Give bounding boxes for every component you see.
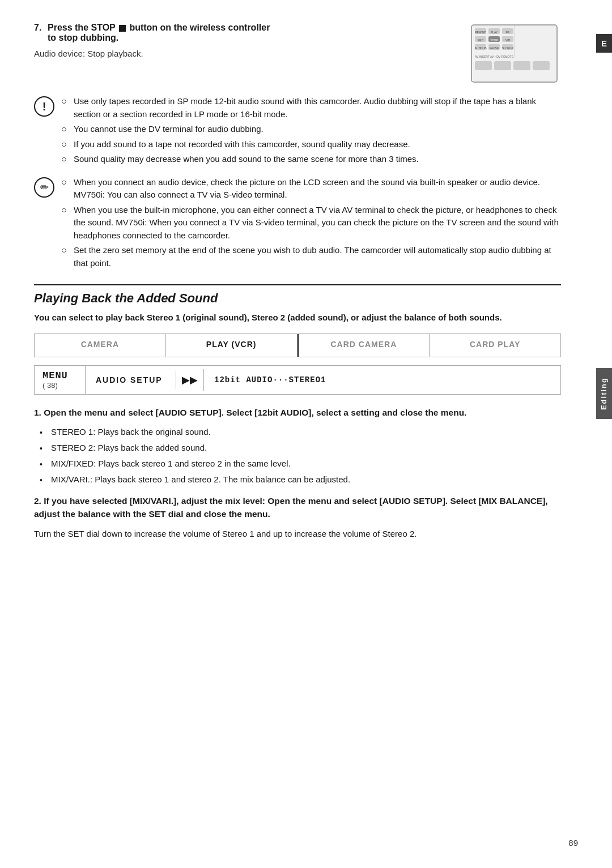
tab-card-play[interactable]: CARD PLAY	[430, 334, 560, 357]
stop-icon	[119, 25, 126, 32]
menu-page-ref: ( 38)	[42, 381, 58, 390]
mode-tabs: CAMERA PLAY (VCR) CARD CAMERA CARD PLAY	[34, 333, 561, 357]
step1-heading: 1. Open the menu and select [AUDIO SETUP…	[34, 406, 561, 419]
step7-heading: 7. Press the STOP button on the wireless…	[34, 23, 459, 43]
menu-label-block: MENU ( 38)	[35, 366, 86, 394]
bullet-circle: ○	[61, 138, 69, 151]
note-content: ○ When you connect an audio device, chec…	[61, 176, 561, 272]
menu-item-label: AUDIO SETUP	[86, 371, 176, 389]
remote-image: REWIND PLAY FF REC STOP VIB AUDDUB PAUSE…	[470, 24, 561, 85]
menu-row: MENU ( 38) AUDIO SETUP ▶▶ 12bit AUDIO···…	[34, 365, 561, 395]
svg-rect-21	[494, 61, 511, 70]
section-title: Playing Back the Added Sound	[34, 291, 561, 306]
svg-text:FF: FF	[506, 31, 509, 34]
svg-text:AUDDUB: AUDDUB	[474, 46, 487, 50]
bullet-circle: ○	[61, 153, 69, 165]
warning-bullet-4: ○ Sound quality may decrease when you ad…	[61, 153, 561, 166]
note-icon: ✏	[34, 177, 54, 198]
svg-text:PAUSE: PAUSE	[490, 46, 499, 50]
warning-block: ! ○ Use only tapes recorded in SP mode 1…	[34, 95, 561, 168]
step1-bullet-1: STEREO 1: Plays back the original sound.	[40, 426, 561, 439]
warning-bullet-3: ○ If you add sound to a tape not recorde…	[61, 138, 561, 151]
svg-text:STOP: STOP	[490, 39, 498, 42]
step1-bullet-3: MIX/FIXED: Plays back stereo 1 and stere…	[40, 457, 561, 471]
step7-title: Press the STOP button on the wireless co…	[48, 23, 270, 43]
step1-text: Open the menu and select [AUDIO SETUP]. …	[44, 408, 466, 417]
step1-bullets: STEREO 1: Plays back the original sound.…	[40, 426, 561, 486]
note-bullet-2: ○ When you use the built-in microphone, …	[61, 204, 561, 242]
bullet-circle: ○	[61, 123, 69, 135]
section-intro: You can select to play back Stereo 1 (or…	[34, 311, 561, 324]
audio-stop-text: Audio device: Stop playback.	[34, 49, 459, 58]
warning-icon: !	[34, 96, 54, 117]
note-bullet-3: ○ Set the zero set memory at the end of …	[61, 244, 561, 270]
remote-svg: REWIND PLAY FF REC STOP VIB AUDDUB PAUSE…	[470, 24, 558, 83]
bullet-circle: ○	[61, 176, 69, 189]
bullet-circle: ○	[61, 244, 69, 256]
svg-text:PLAY: PLAY	[491, 31, 498, 34]
svg-rect-23	[533, 61, 550, 70]
svg-text:AV INSERT  AV→DV  REMOTE: AV INSERT AV→DV REMOTE	[475, 55, 514, 58]
tab-play-vcr[interactable]: PLAY (VCR)	[166, 334, 298, 357]
menu-value: 12bit AUDIO···STEREO1	[204, 371, 336, 389]
svg-rect-20	[475, 61, 492, 70]
tab-camera[interactable]: CAMERA	[35, 334, 166, 357]
svg-text:REC: REC	[478, 39, 484, 42]
page-number: 89	[568, 838, 578, 848]
step2-extra: Turn the SET dial down to increase the v…	[34, 527, 561, 541]
tab-card-camera[interactable]: CARD CAMERA	[299, 334, 430, 357]
menu-arrow: ▶▶	[176, 369, 204, 391]
warning-bullet-2: ○ You cannot use the DV terminal for aud…	[61, 123, 561, 136]
bullet-circle: ○	[61, 95, 69, 108]
step7-number: 7.	[34, 23, 44, 33]
editing-tab: Editing	[596, 368, 612, 419]
svg-rect-22	[513, 61, 530, 70]
menu-label: MENU	[42, 370, 68, 381]
step2-heading: 2. If you have selected [MIX/VARI.], adj…	[34, 494, 561, 521]
note-block: ✏ ○ When you connect an audio device, ch…	[34, 176, 561, 272]
note-bullet-1: ○ When you connect an audio device, chec…	[61, 176, 561, 202]
svg-text:REWIND: REWIND	[475, 31, 487, 34]
warning-content: ○ Use only tapes recorded in SP mode 12-…	[61, 95, 561, 168]
step1-number: 1.	[34, 408, 41, 417]
step2-text: If you have selected [MIX/VARI.], adjust…	[34, 496, 548, 519]
warning-bullet-1: ○ Use only tapes recorded in SP mode 12-…	[61, 95, 561, 121]
step2-number: 2.	[34, 496, 41, 506]
step1-bullet-4: MIX/VARI.: Plays back stereo 1 and stere…	[40, 473, 561, 486]
svg-text:VIB: VIB	[505, 39, 511, 42]
svg-text:SLOW×2: SLOW×2	[502, 46, 514, 50]
bullet-circle: ○	[61, 204, 69, 216]
section-divider	[34, 284, 561, 285]
e-tab: E	[596, 34, 612, 53]
step1-bullet-2: STEREO 2: Plays back the added sound.	[40, 442, 561, 455]
